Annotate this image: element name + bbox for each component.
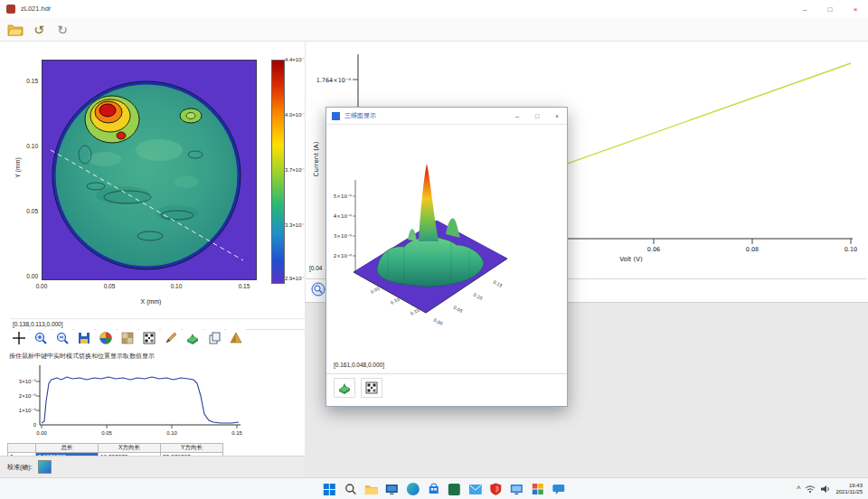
axis-tick: 0.05 [453, 305, 464, 313]
windows-start-button[interactable] [322, 482, 337, 497]
colormap-button[interactable] [118, 329, 137, 347]
minimize-button[interactable]: – [792, 0, 817, 18]
crosshair-button[interactable] [9, 329, 29, 347]
edit-button[interactable] [161, 329, 181, 347]
table-header [8, 444, 36, 453]
edge-browser-button[interactable] [405, 482, 420, 497]
open-file-button[interactable] [5, 21, 25, 39]
surface3d-icon [185, 331, 200, 345]
display-app-button[interactable] [509, 482, 524, 497]
axis-tick: 0.15 [493, 279, 504, 287]
app-titlebar[interactable]: zL021.hdr – □ × [0, 0, 868, 19]
desktop: zL021.hdr – □ × ↺ ↻ Y (mm) [0, 0, 868, 499]
iv-ytick: 1.764×10⁻⁶ [316, 77, 352, 84]
office-app-button[interactable] [447, 482, 462, 497]
app-icon [6, 5, 15, 14]
undo-button[interactable]: ↺ [29, 21, 49, 39]
wifi-icon[interactable] [805, 485, 816, 494]
contour-xlabel: X (mm) [110, 298, 192, 305]
colorbar [271, 60, 285, 284]
dialog-status: [0.161,0.048,0.000] [334, 362, 384, 368]
tray-expand-button[interactable]: ^ [797, 485, 800, 494]
pattern-icon [142, 331, 156, 345]
profile-canvas[interactable] [7, 360, 246, 441]
profile-xtick: 0.10 [161, 430, 183, 436]
contour-ytick: 0.00 [18, 274, 38, 280]
dialog-icon [332, 112, 340, 120]
colormap-sample-icon[interactable] [38, 460, 52, 474]
dialog-separator [326, 373, 567, 374]
wafer-disc [54, 83, 239, 268]
contour-xtick: 0.15 [233, 284, 255, 290]
pyramid-icon [229, 331, 243, 345]
dialog-pattern-button[interactable] [361, 378, 382, 398]
copy-button[interactable] [204, 329, 224, 347]
profile-figure[interactable]: 3×10⁻⁶ 2×10⁻⁶ 1×10⁻⁶ 0 0.00 0.05 0.10 0.… [7, 360, 246, 441]
surface3d-button[interactable] [183, 329, 203, 347]
pyramid-button[interactable] [226, 329, 246, 347]
colorbar-tick: 2.9×10⁻⁶ [285, 276, 307, 281]
taskbar: ^ 19:43 2021/11/25 [0, 477, 868, 499]
colorbar-tick: 3.3×10⁻⁶ [285, 222, 307, 228]
calibration-label: 校准(确): [7, 463, 33, 472]
taskbar-center [322, 478, 566, 499]
shield-icon [490, 483, 502, 495]
window-title: zL021.hdr [21, 5, 51, 13]
iv-zoom-button[interactable] [311, 282, 326, 300]
dialog-minimize-button[interactable]: – [507, 108, 527, 124]
contour-figure[interactable]: Y (mm) [11, 47, 309, 318]
undo-icon: ↺ [33, 24, 44, 36]
mail-app-button[interactable] [467, 482, 483, 497]
calibration-strip: 校准(确): [0, 456, 305, 477]
colorbar-tick: 4.4×10⁻⁶ [285, 57, 307, 62]
iv-ylabel: Current (A) [313, 141, 320, 176]
pattern-button[interactable] [139, 329, 159, 347]
dialog-3d[interactable]: 三维图显示 – □ × [326, 107, 568, 407]
colormap-icon [120, 331, 135, 345]
save-button[interactable] [74, 329, 94, 347]
monitor2-icon [510, 484, 524, 495]
zoom-in-button[interactable] [31, 329, 51, 347]
z-tick: 3×10⁻⁶ [334, 233, 353, 239]
hotspot-region [85, 96, 139, 143]
volume-icon[interactable] [820, 485, 831, 494]
dialog-close-button[interactable]: × [547, 108, 567, 124]
iv-status: [0.04 [309, 266, 322, 272]
profile-xtick: 0.00 [31, 430, 52, 436]
axis-tick: 0.10 [390, 297, 401, 305]
zoom-out-button[interactable] [52, 329, 72, 347]
surface3d-canvas[interactable]: 5×10⁻⁶ 4×10⁻⁶ 3×10⁻⁶ 2×10⁻⁶ 0.05 0.10 0.… [332, 126, 560, 356]
redo-button[interactable]: ↻ [52, 21, 72, 39]
taskbar-clock[interactable]: 19:43 2021/11/25 [835, 483, 863, 495]
system-app-button[interactable] [384, 482, 400, 497]
zoom-out-icon [55, 331, 70, 345]
axis-tick: 0.00 [433, 317, 444, 325]
dialog-maximize-button[interactable]: □ [527, 108, 547, 124]
color-wheel-button[interactable] [96, 329, 116, 347]
contour-xtick: 0.05 [99, 284, 120, 290]
crosshair-icon [12, 331, 26, 345]
dialog-titlebar[interactable]: 三维图显示 – □ × [326, 108, 567, 125]
clock-time: 19:43 [835, 483, 863, 489]
microsoft-store-button[interactable] [426, 482, 441, 497]
surface-peak [419, 164, 439, 241]
close-button[interactable]: × [843, 0, 868, 18]
security-app-button[interactable] [488, 482, 504, 497]
clock-date: 2021/11/25 [835, 489, 863, 495]
file-explorer-button[interactable] [363, 482, 379, 497]
colorbar-tick: 4.0×10⁻⁶ [285, 112, 307, 118]
taskbar-search-button[interactable] [343, 482, 358, 497]
axis-tick: 0.15 [410, 307, 420, 315]
contour-ylabel: Y (mm) [14, 157, 21, 178]
contour-canvas[interactable] [42, 60, 257, 280]
z-tick: 5×10⁻⁶ [334, 193, 353, 199]
photos-app-button[interactable] [530, 482, 545, 497]
mail-icon [468, 485, 481, 494]
profile-xtick: 0.15 [226, 430, 248, 436]
profile-ytick: 3×10⁻⁶ [7, 379, 36, 384]
maximize-button[interactable]: □ [817, 0, 843, 18]
surface3d-icon [337, 381, 352, 395]
dialog-surface3d-button[interactable] [334, 378, 355, 398]
main-toolbar: ↺ ↻ [0, 18, 868, 42]
chat-app-button[interactable] [551, 482, 566, 497]
